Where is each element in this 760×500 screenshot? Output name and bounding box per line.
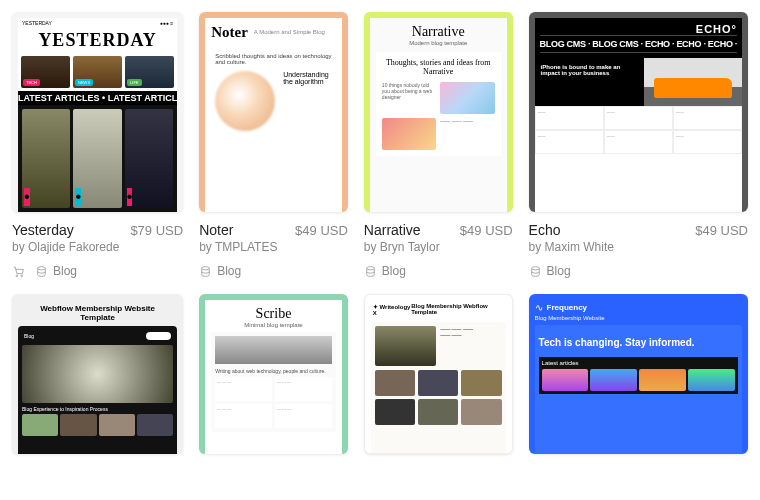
thumb-sub: Blog Membership Website: [535, 315, 742, 321]
template-title[interactable]: Yesterday: [12, 222, 74, 238]
thumb-hero: Tech is changing. Stay informed.: [539, 337, 738, 349]
template-thumbnail[interactable]: ✦ Writeology X Blog Membership Webflow T…: [364, 294, 513, 454]
template-card[interactable]: Scribe Minimal blog template Writing abo…: [199, 294, 348, 454]
tag-blog[interactable]: Blog: [199, 264, 241, 278]
wave-icon: ∿: [535, 302, 543, 313]
thumb-sub: Modern blog template: [376, 40, 501, 46]
cms-icon: [529, 265, 542, 278]
cart-icon: [12, 265, 25, 278]
template-card[interactable]: Webflow Membership Website Template Blog…: [12, 294, 183, 454]
svg-point-3: [202, 266, 210, 269]
template-price: $49 USD: [695, 223, 748, 238]
thumb-sub: A Modern and Simple Blog: [254, 29, 325, 36]
cms-icon: [364, 265, 377, 278]
svg-point-4: [367, 266, 375, 269]
template-card[interactable]: Noter A Modern and Simple Blog Scribbled…: [199, 12, 348, 278]
thumb-sub: Minimal blog template: [211, 322, 336, 328]
template-thumbnail[interactable]: YESTERDAY●●● ≡ YESTERDAY TECH NEWS LIFE …: [12, 12, 183, 212]
tag-blog[interactable]: Blog: [529, 264, 571, 278]
thumb-band: LATEST ARTICLES • LATEST ARTICL: [18, 91, 177, 105]
thumb-logo: Scribe: [211, 306, 336, 322]
template-thumbnail[interactable]: Noter A Modern and Simple Blog Scribbled…: [199, 12, 348, 212]
template-card[interactable]: ∿ Frequency Blog Membership Website Tech…: [529, 294, 748, 454]
thumb-heading: Blog Membership Webflow Template: [411, 303, 503, 316]
thumb-hero: Thoughts, stories and ideas from Narrati…: [382, 58, 495, 76]
template-title[interactable]: Narrative: [364, 222, 421, 238]
thumb-hero: iPhone is bound to make an impact in you…: [535, 58, 645, 106]
template-author[interactable]: by Bryn Taylor: [364, 240, 513, 254]
thumb-heading: YESTERDAY: [18, 30, 177, 51]
thumb-marquee: BLOG CMS · BLOG CMS · ECHO · ECHO · ECHO…: [540, 35, 737, 53]
template-price: $49 USD: [295, 223, 348, 238]
svg-point-5: [531, 266, 539, 269]
svg-point-0: [16, 275, 18, 277]
template-price: $79 USD: [130, 223, 183, 238]
thumb-logo: ECHO°: [540, 23, 737, 35]
template-title[interactable]: Echo: [529, 222, 561, 238]
cms-icon: [35, 265, 48, 278]
template-price: $49 USD: [460, 223, 513, 238]
thumb-logo: ✦ Writeology X: [373, 303, 411, 316]
thumb-logo: Noter: [211, 24, 248, 41]
thumb-tagline: Scribbled thoughts and ideas on technolo…: [215, 53, 332, 65]
svg-point-1: [21, 275, 23, 277]
template-thumbnail[interactable]: ECHO° BLOG CMS · BLOG CMS · ECHO · ECHO …: [529, 12, 748, 212]
tag-blog[interactable]: Blog: [364, 264, 406, 278]
template-card[interactable]: ECHO° BLOG CMS · BLOG CMS · ECHO · ECHO …: [529, 12, 748, 278]
template-author[interactable]: by TMPLATES: [199, 240, 348, 254]
thumb-logo: Narrative: [376, 24, 501, 40]
thumb-heading: Webflow Membership Website Template: [18, 300, 177, 326]
cms-icon: [199, 265, 212, 278]
template-author[interactable]: by Maxim White: [529, 240, 748, 254]
template-card[interactable]: Narrative Modern blog template Thoughts,…: [364, 12, 513, 278]
template-thumbnail[interactable]: ∿ Frequency Blog Membership Website Tech…: [529, 294, 748, 454]
svg-point-2: [38, 266, 46, 269]
template-card[interactable]: ✦ Writeology X Blog Membership Webflow T…: [364, 294, 513, 454]
template-grid: YESTERDAY●●● ≡ YESTERDAY TECH NEWS LIFE …: [12, 12, 748, 454]
template-thumbnail[interactable]: Scribe Minimal blog template Writing abo…: [199, 294, 348, 454]
template-title[interactable]: Noter: [199, 222, 233, 238]
template-thumbnail[interactable]: Webflow Membership Website Template Blog…: [12, 294, 183, 454]
template-card[interactable]: YESTERDAY●●● ≡ YESTERDAY TECH NEWS LIFE …: [12, 12, 183, 278]
tag-blog[interactable]: Blog: [35, 264, 77, 278]
template-author[interactable]: by Olajide Fakorede: [12, 240, 183, 254]
template-thumbnail[interactable]: Narrative Modern blog template Thoughts,…: [364, 12, 513, 212]
thumb-article: Understanding the algorithm: [283, 71, 332, 85]
thumb-logo: Frequency: [547, 303, 587, 312]
